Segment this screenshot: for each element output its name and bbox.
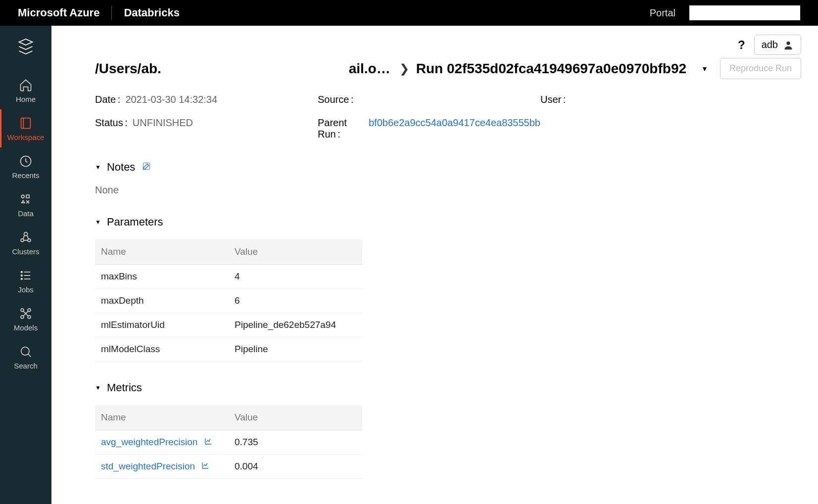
meta-parent-run: Parent Run bf0b6e2a9cc54a0a9417ce4ea8355…: [318, 117, 540, 140]
meta-status-label: Status: [95, 117, 127, 140]
notes-body: None: [95, 184, 801, 196]
metrics-title: Metrics: [107, 381, 142, 394]
svg-rect-21: [144, 163, 150, 170]
search-icon: [19, 345, 33, 359]
metric-name-text: avg_weightedPrecision: [101, 437, 197, 447]
user-icon: [783, 40, 794, 50]
meta-date: Date 2021-03-30 14:32:34: [95, 94, 318, 105]
sidebar-item-home[interactable]: Home: [0, 71, 51, 109]
sidebar: Home Workspace Recents Data Clusters Job…: [0, 26, 51, 504]
caret-down-icon: ▼: [95, 164, 101, 171]
meta-status-value: UNFINISHED: [133, 117, 193, 140]
meta-user-label: User: [540, 94, 565, 105]
portal-link[interactable]: Portal: [650, 7, 675, 19]
help-icon[interactable]: ?: [738, 38, 745, 52]
param-name: mlEstimatorUid: [95, 313, 229, 337]
breadcrumb-path-left[interactable]: /Users/ab.: [95, 61, 161, 77]
clusters-icon: [19, 230, 33, 244]
sidebar-item-jobs[interactable]: Jobs: [0, 262, 51, 300]
sidebar-item-recents[interactable]: Recents: [0, 147, 51, 185]
models-icon: [19, 307, 33, 321]
sidebar-item-data[interactable]: Data: [0, 185, 51, 224]
sidebar-item-label: Home: [16, 95, 36, 103]
svg-point-16: [21, 316, 24, 319]
run-dropdown-caret-icon[interactable]: ▼: [701, 65, 708, 73]
table-row: std_weightedPrecision 0.004: [95, 455, 362, 479]
user-menu-button[interactable]: adb: [754, 35, 801, 55]
sidebar-item-workspace[interactable]: Workspace: [0, 109, 51, 147]
meta-source: Source: [318, 94, 540, 105]
content-header: ? adb: [68, 35, 801, 55]
meta-grid: Date 2021-03-30 14:32:34 Source User Sta…: [68, 94, 801, 140]
reproduce-run-button[interactable]: Reproduce Run: [720, 58, 801, 79]
chart-line-icon: [201, 461, 209, 471]
metrics-section: ▼ Metrics Name Value avg_weightedPrecisi…: [68, 381, 801, 479]
meta-date-value: 2021-03-30 14:32:34: [125, 94, 217, 105]
data-icon: [19, 192, 33, 206]
parameters-col-name: Name: [95, 239, 229, 265]
caret-down-icon: ▼: [95, 384, 101, 391]
sidebar-item-label: Models: [14, 323, 38, 332]
svg-point-5: [24, 232, 28, 236]
parameters-header[interactable]: ▼ Parameters: [95, 216, 801, 229]
metric-name-link[interactable]: std_weightedPrecision: [95, 455, 229, 479]
topbar-search-input[interactable]: [689, 5, 800, 20]
breadcrumb-path-right[interactable]: ail.o…: [349, 61, 390, 77]
svg-line-19: [28, 354, 31, 357]
notes-header[interactable]: ▼ Notes: [95, 161, 801, 174]
svg-point-8: [21, 272, 22, 273]
jobs-icon: [19, 269, 33, 282]
sidebar-item-label: Clusters: [12, 247, 39, 256]
metrics-header[interactable]: ▼ Metrics: [95, 381, 801, 394]
meta-source-label: Source: [318, 94, 353, 105]
table-row: avg_weightedPrecision 0.735: [95, 430, 362, 455]
databricks-logo-icon: [17, 38, 35, 57]
meta-status: Status UNFINISHED: [95, 117, 318, 140]
svg-point-14: [21, 309, 24, 312]
metrics-table: Name Value avg_weightedPrecision 0.735: [95, 405, 362, 479]
svg-point-15: [28, 309, 31, 312]
sidebar-item-label: Data: [18, 209, 34, 218]
sidebar-item-models[interactable]: Models: [0, 300, 51, 338]
topbar: Microsoft Azure Databricks Portal: [0, 0, 818, 26]
param-name: maxDepth: [95, 289, 229, 313]
metrics-col-name: Name: [95, 405, 229, 430]
topbar-left: Microsoft Azure Databricks: [18, 6, 180, 20]
param-name: mlModelClass: [95, 337, 229, 362]
parent-run-link[interactable]: bf0b6e2a9cc54a0a9417ce4ea83555bb: [369, 117, 540, 140]
metric-value: 0.735: [229, 430, 362, 455]
meta-date-label: Date: [95, 94, 119, 105]
sidebar-item-clusters[interactable]: Clusters: [0, 224, 51, 262]
param-name: maxBins: [95, 265, 229, 289]
sidebar-item-label: Jobs: [18, 285, 34, 294]
parameters-section: ▼ Parameters Name Value maxBins4 maxDept…: [68, 216, 801, 362]
edit-icon[interactable]: [142, 161, 151, 174]
table-row: mlEstimatorUidPipeline_de62eb527a94: [95, 313, 362, 337]
sidebar-item-search[interactable]: Search: [0, 338, 51, 376]
param-value: Pipeline: [229, 337, 362, 362]
param-value: Pipeline_de62eb527a94: [229, 313, 362, 337]
svg-point-3: [21, 195, 24, 198]
svg-point-12: [21, 278, 22, 280]
meta-user: User: [540, 94, 763, 105]
notes-section: ▼ Notes None: [68, 161, 801, 196]
svg-point-17: [28, 316, 31, 319]
workspace-icon: [19, 116, 33, 130]
sidebar-item-label: Search: [14, 362, 38, 370]
param-value: 4: [229, 265, 362, 289]
home-icon: [19, 78, 33, 92]
param-value: 6: [229, 289, 362, 313]
brand-databricks: Databricks: [124, 6, 180, 19]
table-row: mlModelClassPipeline: [95, 337, 362, 362]
svg-rect-0: [21, 118, 31, 129]
svg-rect-4: [26, 195, 29, 198]
parameters-table: Name Value maxBins4 maxDepth6 mlEstimato…: [95, 239, 362, 362]
notes-title: Notes: [107, 161, 135, 174]
meta-parent-label: Parent Run: [318, 117, 363, 140]
svg-point-10: [21, 275, 22, 276]
sidebar-item-label: Workspace: [7, 133, 45, 141]
topbar-divider: [111, 6, 112, 20]
metric-name-link[interactable]: avg_weightedPrecision: [95, 430, 229, 455]
table-row: maxDepth6: [95, 289, 362, 313]
svg-point-7: [28, 239, 31, 242]
